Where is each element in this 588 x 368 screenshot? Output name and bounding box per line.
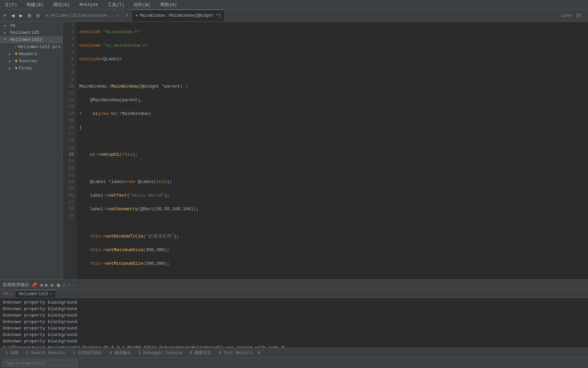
tab-label: HelloWorld12/mainwindow... (51, 13, 114, 18)
headers-folder-icon: ▼ (15, 52, 17, 57)
ln-20: 20 (63, 151, 74, 158)
output-title: 应用程序输出 (3, 282, 29, 288)
ln-16: 16 (63, 124, 74, 131)
output-stop-btn[interactable]: ◼ (56, 282, 61, 288)
toolbar-forward-btn[interactable]: ▶ (18, 12, 24, 19)
output-tab-he[interactable]: he ✕ (0, 290, 16, 297)
sidebar-item-pro[interactable]: ▪ HelloWorld12.pro (0, 43, 63, 50)
toolbar-back-btn[interactable]: ◀ (10, 12, 16, 19)
line-info: Line: 20, (561, 13, 586, 18)
tab-icon: ⚙ (46, 13, 49, 18)
toolbar: ≡ ◀ ▶ ⊞ ⊟ ⚙ HelloWorld12/mainwindow... ✕… (0, 10, 588, 22)
output-run-btn[interactable]: ▶ (51, 282, 54, 288)
output-tab-hw12-close[interactable]: ✕ (50, 291, 52, 296)
output-clear-btn[interactable]: ⎙ (63, 282, 65, 288)
sidebar-label-forms: Forms (19, 66, 32, 71)
sidebar-item-helloworld12[interactable]: ▼ HelloWorld12 (0, 36, 63, 43)
output-remove-btn[interactable]: − (72, 282, 75, 288)
code-line-11 (79, 165, 585, 172)
code-line-14: label->setGeometry(QRect(50,50,100,100))… (79, 206, 585, 213)
code-line-2: #include "ui_mainwindow.h" (79, 42, 585, 49)
tab-mainwindow-cpp[interactable]: ⚙ HelloWorld12/mainwindow... ✕ (43, 10, 122, 21)
editor[interactable]: 1 2 3 4 5 6 7 8 9 10 11 12 13 14 15 16 1… (63, 22, 588, 279)
sidebar-label-helloworld12: HelloWorld12 (10, 37, 42, 42)
arrow-icon-forms: ▶ (9, 66, 14, 71)
sidebar-item-helloworld1[interactable]: ▶ helloworld1 (0, 29, 63, 36)
status-tab-issues[interactable]: 1 问题 (2, 349, 22, 356)
output-panel: 应用程序输出 📌 ◀ ▶ ▶ ◼ ⎙ + − he ✕ HelloWorld12… (0, 279, 588, 348)
ln-14: 14 (63, 110, 74, 117)
code-line-16: this->setWindowTitle("Qt窗体应用"); (79, 233, 585, 240)
status-tab-output[interactable]: 3 应用程序输出 (69, 349, 105, 356)
output-next-btn[interactable]: ▶ (45, 282, 49, 288)
code-area[interactable]: #include "mainwindow.h" #include "ui_mai… (77, 22, 588, 279)
ln-2: 2 (63, 29, 74, 35)
output-line-5: Unknown property blackground (3, 325, 585, 332)
toolbar-split-btn[interactable]: ⊟ (34, 12, 42, 19)
tab-mainwindow-constructor[interactable]: ● MainWindow::MainWindow(QWidget *) (132, 10, 225, 21)
arrow-icon-helloworld1: ▶ (4, 31, 9, 35)
output-line-4: Unknown property blackground (3, 319, 585, 325)
tab-hash[interactable]: # (122, 10, 132, 21)
forms-folder-icon: ▼ (15, 66, 17, 71)
code-line-12: QLabel *label=new QLabel(this); (79, 179, 585, 185)
output-line-path: F:\QTlearn\build-HelloWorld12-Desktop_Qt… (3, 344, 585, 348)
sidebar-label-he: he (10, 23, 16, 28)
ln-27: 27 (63, 199, 74, 206)
menu-build[interactable]: 构建(B) (24, 1, 45, 9)
ln-25: 25 (63, 185, 74, 192)
menu-analyze[interactable]: Analyze (77, 1, 100, 8)
ln-11: 11 (63, 90, 74, 97)
status-tab-search[interactable]: 2 Search Results (22, 350, 68, 356)
code-line-13: label->setText("Hello World"); (79, 192, 585, 199)
sidebar-item-sources[interactable]: ▶ ▼ Sources (0, 58, 63, 65)
code-line-19 (79, 274, 585, 279)
output-pin-btn[interactable]: 📌 (31, 282, 37, 288)
ln-8: 8 (63, 70, 74, 76)
ln-1: 1 (63, 22, 74, 29)
tab-bar: ⚙ HelloWorld12/mainwindow... ✕ # ● MainW… (43, 10, 560, 21)
ln-24: 24 (63, 179, 74, 185)
output-add-btn[interactable]: + (67, 282, 70, 288)
status-tab-test[interactable]: 8 Test Results (215, 350, 256, 356)
sidebar-item-he[interactable]: ▶ he (0, 22, 63, 29)
arrow-icon-he: ▶ (4, 24, 9, 28)
tab-modified-icon: ● (135, 13, 138, 18)
main-layout: ▶ he ▶ helloworld1 ▼ HelloWorld12 ▪ Hell… (0, 22, 588, 279)
toolbar-menu-btn[interactable]: ≡ (2, 12, 8, 19)
sidebar-label-sources: Sources (19, 59, 37, 64)
ln-7: 7 (63, 63, 74, 70)
output-tab-he-close[interactable]: ✕ (10, 291, 12, 296)
search-input-1[interactable] (3, 359, 78, 367)
status-tab-compile[interactable]: 4 编译输出 (106, 349, 134, 356)
line-numbers: 1 2 3 4 5 6 7 8 9 10 11 12 13 14 15 16 1… (63, 22, 77, 279)
sidebar-item-forms[interactable]: ▶ ▼ Forms (0, 65, 63, 72)
output-prev-btn[interactable]: ◀ (39, 282, 43, 288)
tab-constructor-label: MainWindow::MainWindow(QWidget *) (140, 13, 221, 18)
toolbar-layout-btn[interactable]: ⊞ (26, 12, 33, 19)
status-tabs-1: 1 问题 2 Search Results 3 应用程序输出 4 编译输出 5 … (0, 348, 588, 358)
menu-file[interactable]: 文(F) (3, 1, 19, 9)
output-tab-helloworld12[interactable]: HelloWorld12 ✕ (16, 290, 56, 297)
ln-22: 22 (63, 165, 74, 172)
ln-19: 19 (63, 144, 74, 151)
status-tab-debugger[interactable]: 5 Debugger Console (135, 350, 186, 356)
code-line-15 (79, 219, 585, 226)
ln-26: 26 (63, 192, 74, 199)
ln-6: 6 (63, 56, 74, 63)
ln-3: 3 (63, 35, 74, 42)
status-tab-summary[interactable]: 6 概要信息 (186, 349, 214, 356)
sidebar-item-headers[interactable]: ▶ ▼ Headers (0, 50, 63, 58)
code-line-9 (79, 138, 585, 144)
arrow-icon-sources: ▶ (9, 59, 14, 63)
dropdown-arrow-icon[interactable]: ▼ (258, 351, 260, 355)
tab-close-btn[interactable]: ✕ (116, 13, 119, 18)
arrow-icon-headers: ▶ (9, 52, 14, 56)
tab-hash-label: # (126, 13, 128, 18)
sources-folder-icon: ▼ (15, 59, 17, 64)
menu-tools[interactable]: 工具(T) (105, 1, 126, 9)
menu-debug[interactable]: 调试(D) (51, 1, 72, 9)
menu-help[interactable]: 帮助(H) (158, 1, 179, 9)
menu-controls[interactable]: 控件(W) (132, 1, 152, 9)
menu-bar: 文(F) 构建(B) 调试(D) Analyze 工具(T) 控件(W) 帮助(… (0, 0, 588, 10)
